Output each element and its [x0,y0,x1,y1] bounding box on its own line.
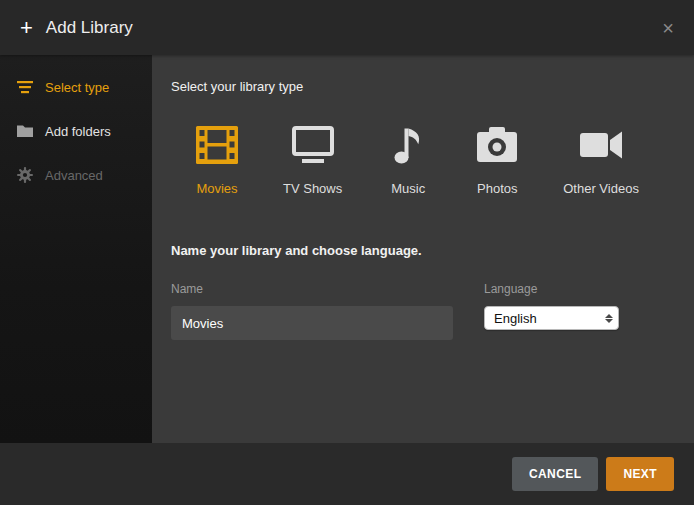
folder-icon [16,122,34,140]
dialog-body: Select type Add folders [0,55,694,443]
cancel-button[interactable]: CANCEL [512,457,598,491]
film-icon [194,124,240,166]
dialog-title: Add Library [46,18,133,38]
camera-icon [474,124,520,166]
plus-icon: + [20,17,33,39]
library-type-tv-shows[interactable]: TV Shows [283,124,342,196]
language-field-label: Language [484,282,619,296]
name-field-group: Name [171,282,453,340]
add-library-dialog: + Add Library × Select type A [0,0,694,505]
name-field-label: Name [171,282,453,296]
sidebar-item-advanced[interactable]: Advanced [0,153,152,197]
library-type-photos[interactable]: Photos [474,124,520,196]
sidebar-item-label: Advanced [45,168,103,183]
filter-lines-icon [16,78,34,96]
library-type-movies[interactable]: Movies [194,124,240,196]
library-type-label: Music [391,181,425,196]
library-type-section-title: Select your library type [171,79,675,94]
language-selected-value: English [494,311,537,326]
tv-icon [290,124,336,166]
library-type-label: Movies [196,181,237,196]
library-name-input[interactable] [171,306,453,340]
library-type-other-videos[interactable]: Other Videos [563,124,639,196]
close-icon[interactable]: × [662,18,674,38]
sidebar: Select type Add folders [0,55,152,443]
gear-icon [16,166,34,184]
music-note-icon [385,124,431,166]
select-stepper-icon [603,314,615,323]
video-camera-icon [578,124,624,166]
sidebar-item-label: Add folders [45,124,111,139]
library-type-music[interactable]: Music [385,124,431,196]
library-type-label: TV Shows [283,181,342,196]
language-select[interactable]: English [484,306,619,330]
library-type-label: Other Videos [563,181,639,196]
library-form: Name Language English [171,282,675,340]
sidebar-item-add-folders[interactable]: Add folders [0,109,152,153]
dialog-header: + Add Library × [0,0,694,55]
library-type-row: Movies TV Shows [194,124,675,196]
language-field-group: Language English [484,282,619,340]
next-button[interactable]: NEXT [606,457,674,491]
sidebar-item-select-type[interactable]: Select type [0,65,152,109]
sidebar-item-label: Select type [45,80,109,95]
name-section-title: Name your library and choose language. [171,243,675,258]
dialog-footer: CANCEL NEXT [0,443,694,505]
main-panel: Select your library type [152,55,694,443]
library-type-label: Photos [477,181,517,196]
